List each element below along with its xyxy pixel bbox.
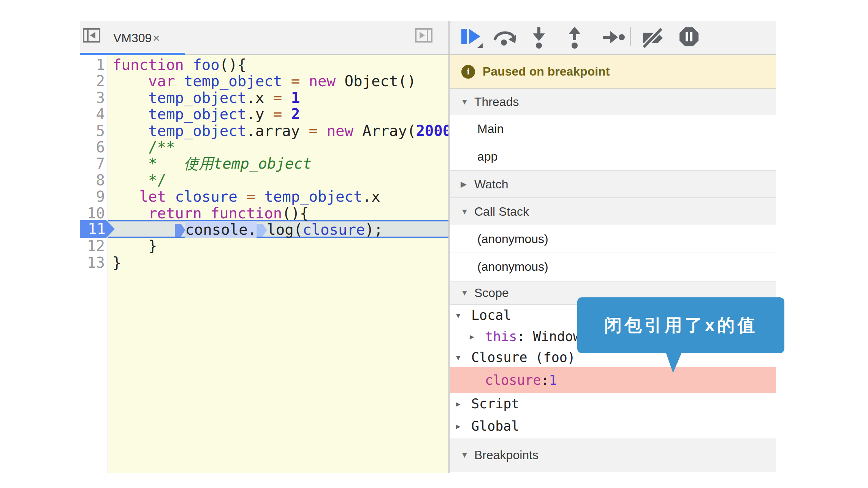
resume-script-icon[interactable] bbox=[461, 27, 488, 48]
show-debugger-sidebar-icon[interactable] bbox=[415, 28, 432, 43]
code-token bbox=[255, 188, 264, 205]
chevron-expanded-icon[interactable]: ▼ bbox=[461, 207, 474, 216]
code-line-4: temp_object.y = 2 bbox=[112, 106, 300, 122]
paused-message: iPaused on breakpoint bbox=[450, 55, 776, 88]
scope-global[interactable]: ▶Global bbox=[450, 414, 776, 438]
step-out-icon[interactable] bbox=[567, 27, 582, 49]
code-line-11: console.log(closure); bbox=[112, 221, 383, 238]
step-icon[interactable] bbox=[603, 30, 625, 44]
inline-breakpoint-marker[interactable] bbox=[175, 224, 185, 237]
code-editor[interactable]: 1function foo(){2 var temp_object = new … bbox=[80, 55, 448, 473]
tree-collapsed-icon[interactable]: ▶ bbox=[456, 400, 471, 408]
code-token bbox=[112, 122, 148, 139]
chevron-collapsed-icon[interactable]: ▶ bbox=[461, 180, 474, 189]
code-token bbox=[353, 122, 362, 139]
code-token: function bbox=[211, 205, 282, 222]
code-token: } bbox=[112, 254, 121, 271]
line-number[interactable]: 13 bbox=[80, 254, 105, 271]
section-breakpoints[interactable]: ▼Breakpoints bbox=[450, 438, 776, 472]
code-line-13: } bbox=[112, 254, 121, 271]
thread-app[interactable]: app bbox=[450, 143, 776, 171]
line-number[interactable]: 1 bbox=[80, 57, 105, 73]
section-watch[interactable]: ▶Watch bbox=[450, 171, 776, 198]
tree-collapsed-icon[interactable]: ▶ bbox=[456, 422, 471, 430]
panel-divider[interactable] bbox=[448, 21, 450, 473]
line-number[interactable]: 9 bbox=[80, 188, 105, 205]
call-stack-frame[interactable]: (anonymous) bbox=[450, 253, 776, 281]
chevron-expanded-icon[interactable]: ▼ bbox=[461, 450, 474, 460]
tree-expanded-icon[interactable]: ▼ bbox=[456, 311, 471, 319]
scope-token: Script bbox=[471, 396, 519, 411]
active-tab-indicator bbox=[80, 53, 185, 55]
scope-token: Local bbox=[471, 308, 511, 323]
code-token: console. bbox=[185, 221, 257, 238]
code-token: new bbox=[309, 73, 336, 90]
tree-expanded-icon[interactable]: ▼ bbox=[456, 353, 471, 362]
section-threads[interactable]: ▼Threads bbox=[450, 88, 776, 115]
tree-collapsed-icon[interactable]: ▶ bbox=[470, 332, 485, 341]
code-line-3: temp_object.x = 1 bbox=[112, 90, 300, 106]
code-token bbox=[112, 188, 139, 205]
scope-script[interactable]: ▶Script bbox=[450, 393, 776, 414]
code-line-9: let closure = temp_object.x bbox=[112, 188, 380, 205]
step-over-icon[interactable] bbox=[493, 27, 518, 48]
code-token bbox=[175, 73, 184, 90]
chevron-expanded-icon[interactable]: ▼ bbox=[461, 288, 474, 297]
line-number[interactable]: 2 bbox=[80, 73, 105, 89]
code-token: return bbox=[148, 205, 202, 222]
code-token bbox=[282, 106, 291, 123]
line-number[interactable]: 6 bbox=[80, 139, 105, 155]
code-token bbox=[166, 188, 175, 205]
section-call-stack[interactable]: ▼Call Stack bbox=[450, 198, 776, 225]
code-line-2: var temp_object = new Object() bbox=[112, 73, 416, 89]
line-number[interactable]: 5 bbox=[80, 123, 105, 139]
item-label: Main bbox=[477, 122, 504, 136]
code-token bbox=[112, 205, 148, 222]
code-line-8: */ bbox=[112, 172, 166, 188]
pause-on-exceptions-icon[interactable] bbox=[679, 27, 699, 47]
code-token: temp_object bbox=[148, 122, 246, 139]
line-number[interactable]: 7 bbox=[80, 155, 105, 172]
tab-close-icon[interactable]: × bbox=[153, 21, 160, 55]
code-token: = bbox=[246, 188, 255, 205]
code-line-1: function foo(){ bbox=[112, 57, 246, 73]
show-navigator-icon[interactable] bbox=[83, 28, 100, 43]
line-number[interactable]: 12 bbox=[80, 238, 105, 254]
code-token: .y bbox=[246, 106, 273, 123]
line-number[interactable]: 8 bbox=[80, 172, 105, 188]
scope-closure-value[interactable]: closure: 1 bbox=[450, 367, 776, 393]
call-stack-frame[interactable]: (anonymous) bbox=[450, 225, 776, 253]
code-token: = bbox=[273, 89, 282, 106]
line-number[interactable]: 4 bbox=[80, 106, 105, 122]
code-token: /** bbox=[112, 139, 175, 156]
code-line-7: * 使用temp_object bbox=[112, 155, 312, 172]
code-token: closure bbox=[303, 221, 365, 238]
line-number[interactable]: 3 bbox=[80, 90, 105, 106]
paused-message-text: Paused on breakpoint bbox=[483, 65, 610, 79]
tab-title[interactable]: VM309 bbox=[113, 21, 152, 55]
toolbar-separator bbox=[630, 27, 631, 46]
code-line-10: return function(){ bbox=[112, 205, 309, 221]
item-label: (anonymous) bbox=[477, 260, 548, 274]
step-into-icon[interactable] bbox=[531, 27, 546, 49]
code-token: temp_object bbox=[148, 106, 246, 123]
code-token: = bbox=[291, 73, 300, 90]
code-token: .x bbox=[363, 188, 380, 205]
line-number[interactable]: 10 bbox=[80, 205, 105, 221]
inline-breakpoint-candidate-marker[interactable] bbox=[257, 224, 267, 237]
code-token bbox=[112, 155, 148, 172]
code-token bbox=[336, 73, 344, 90]
code-token: temp_object bbox=[264, 188, 362, 205]
chevron-expanded-icon[interactable]: ▼ bbox=[461, 97, 474, 106]
code-token: function bbox=[112, 56, 184, 73]
thread-main[interactable]: Main bbox=[450, 115, 776, 143]
code-token: .x bbox=[246, 89, 273, 106]
annotation-tooltip: 闭包引用了x的值 bbox=[577, 297, 784, 353]
deactivate-breakpoints-icon[interactable] bbox=[641, 27, 666, 49]
item-label: (anonymous) bbox=[477, 232, 548, 246]
code-token: = bbox=[273, 106, 282, 123]
code-token bbox=[202, 205, 211, 222]
scope-token: Global bbox=[471, 419, 519, 434]
scope-token: 1 bbox=[549, 373, 557, 388]
scope-token: : Window bbox=[517, 329, 581, 344]
